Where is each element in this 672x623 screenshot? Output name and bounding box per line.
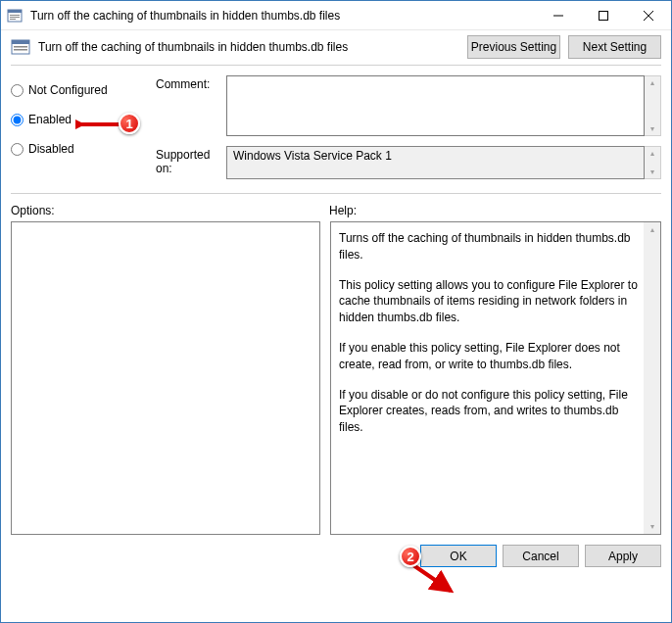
help-text: Turns off the caching of thumbnails in h… — [339, 230, 639, 264]
help-text: If you disable or do not configure this … — [339, 387, 639, 436]
svg-rect-6 — [600, 11, 608, 20]
comment-label: Comment: — [156, 75, 226, 136]
help-text: If you enable this policy setting, File … — [339, 340, 639, 373]
options-panel — [11, 221, 320, 535]
divider-2 — [11, 193, 661, 194]
radio-disabled-label: Disabled — [28, 142, 74, 156]
maximize-button[interactable] — [581, 1, 626, 29]
divider — [11, 65, 661, 66]
radio-disabled-input[interactable] — [11, 143, 24, 156]
radio-disabled[interactable]: Disabled — [11, 134, 156, 164]
radio-not-configured[interactable]: Not Configured — [11, 75, 156, 105]
previous-setting-button[interactable]: Previous Setting — [467, 35, 560, 59]
titlebar: Turn off the caching of thumbnails in hi… — [1, 1, 671, 30]
window-title: Turn off the caching of thumbnails in hi… — [30, 9, 536, 23]
radio-not-configured-input[interactable] — [11, 84, 24, 97]
comment-scrollbar[interactable]: ▴▾ — [645, 75, 661, 136]
svg-rect-1 — [8, 10, 22, 13]
policy-header-icon — [11, 37, 30, 57]
help-scrollbar[interactable]: ▴▾ — [644, 222, 660, 534]
radio-enabled-label: Enabled — [28, 113, 72, 126]
radio-not-configured-label: Not Configured — [28, 83, 108, 97]
next-setting-button[interactable]: Next Setting — [568, 35, 661, 59]
svg-rect-12 — [14, 49, 27, 51]
comment-input[interactable] — [226, 75, 645, 136]
ok-button[interactable]: OK — [420, 545, 497, 567]
svg-rect-3 — [10, 17, 20, 18]
minimize-button[interactable] — [536, 1, 581, 29]
supported-on-label: Supported on: — [156, 146, 226, 179]
apply-button[interactable]: Apply — [585, 545, 661, 567]
options-label: Options: — [11, 204, 329, 217]
svg-rect-10 — [12, 40, 29, 44]
cancel-button[interactable]: Cancel — [503, 545, 579, 567]
svg-rect-4 — [10, 19, 16, 20]
supported-scrollbar: ▴▾ — [645, 146, 661, 179]
svg-rect-11 — [14, 46, 27, 48]
policy-title: Turn off the caching of thumbnails in hi… — [38, 40, 459, 54]
help-panel: Turns off the caching of thumbnails in h… — [330, 221, 661, 535]
help-label: Help: — [329, 204, 357, 217]
radio-enabled[interactable]: Enabled — [11, 105, 156, 134]
radio-enabled-input[interactable] — [11, 114, 24, 126]
policy-icon — [7, 8, 23, 24]
close-button[interactable] — [626, 1, 671, 29]
supported-on-value: Windows Vista Service Pack 1 — [226, 146, 645, 179]
help-text: This policy setting allows you to config… — [339, 277, 639, 326]
svg-rect-2 — [10, 15, 20, 16]
